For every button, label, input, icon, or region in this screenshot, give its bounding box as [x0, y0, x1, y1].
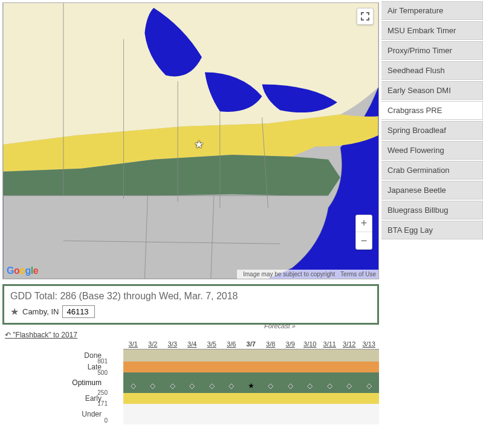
- data-point[interactable]: ◇: [359, 381, 379, 390]
- data-point[interactable]: ◇: [340, 381, 360, 390]
- menu-item-japanese-beetle[interactable]: Japanese Beetle: [381, 181, 483, 200]
- data-point[interactable]: ◇: [320, 381, 340, 390]
- menu-item-weed-flowering[interactable]: Weed Flowering: [381, 141, 483, 160]
- data-point[interactable]: ◇: [123, 381, 143, 390]
- date-3-1[interactable]: 3/1: [123, 340, 143, 349]
- data-point[interactable]: ◇: [183, 381, 203, 390]
- model-menu: Air TemperatureMSU Embark TimerProxy/Pri…: [381, 0, 483, 427]
- date-3-7[interactable]: 3/7: [241, 340, 261, 349]
- menu-item-seedhead-flush[interactable]: Seedhead Flush: [381, 61, 483, 80]
- data-point[interactable]: ★: [241, 381, 261, 390]
- gdd-summary-box: GDD Total: 286 (Base 32) through Wed, Ma…: [2, 284, 379, 325]
- star-icon: ★: [10, 306, 19, 317]
- location-marker-star: ★: [194, 138, 204, 151]
- map-copyright-text: Image may be subject to copyright: [243, 271, 335, 278]
- flashback-link[interactable]: ↶ "Flashback" to 2017: [5, 331, 77, 339]
- date-3-3[interactable]: 3/3: [163, 340, 183, 349]
- gdd-total-text: GDD Total: 286 (Base 32) through Wed, Ma…: [10, 291, 371, 302]
- data-point[interactable]: ◇: [143, 381, 163, 390]
- location-name: Camby, IN: [22, 307, 59, 316]
- date-3-4[interactable]: 3/4: [183, 340, 203, 349]
- gdd-timeline-chart: ↶ "Flashback" to 2017 Forecast » 3/13/23…: [2, 331, 379, 424]
- map-attribution: Image may be subject to copyright Terms …: [237, 270, 378, 279]
- menu-item-proxy-primo-timer[interactable]: Proxy/Primo Timer: [381, 41, 483, 60]
- map-terms-link[interactable]: Terms of Use: [340, 271, 376, 278]
- date-scale: 3/13/23/33/43/53/63/73/83/93/103/113/123…: [123, 340, 379, 349]
- forecast-label: Forecast »: [264, 322, 296, 330]
- date-3-9[interactable]: 3/9: [280, 340, 300, 349]
- band-label-optimum: Optimum: [2, 378, 123, 387]
- date-3-8[interactable]: 3/8: [261, 340, 281, 349]
- menu-item-crabgrass-pre[interactable]: Crabgrass PRE: [381, 101, 483, 120]
- menu-item-crab-germination[interactable]: Crab Germination: [381, 161, 483, 180]
- date-3-13[interactable]: 3/13: [359, 340, 379, 349]
- threshold-bands: Done Late Optimum Early Under 801 500 25…: [2, 349, 379, 424]
- date-3-5[interactable]: 3/5: [202, 340, 222, 349]
- date-3-10[interactable]: 3/10: [300, 340, 320, 349]
- gdd-map[interactable]: ★ + − Google Image may be subject to cop…: [2, 2, 379, 279]
- map-svg: [3, 3, 378, 279]
- fullscreen-button[interactable]: [357, 8, 374, 25]
- date-3-2[interactable]: 3/2: [143, 340, 163, 349]
- menu-item-air-temperature[interactable]: Air Temperature: [381, 1, 483, 20]
- data-point-row: ◇◇◇◇◇◇★◇◇◇◇◇◇: [123, 381, 379, 390]
- date-3-11[interactable]: 3/11: [320, 340, 340, 349]
- data-point[interactable]: ◇: [280, 381, 300, 390]
- menu-item-bluegrass-billbug[interactable]: Bluegrass Billbug: [381, 201, 483, 219]
- menu-item-early-season-dmi[interactable]: Early Season DMI: [381, 81, 483, 100]
- zoom-control: + −: [355, 215, 372, 250]
- menu-item-msu-embark-timer[interactable]: MSU Embark Timer: [381, 21, 483, 40]
- google-logo: Google: [7, 265, 38, 276]
- zip-input[interactable]: [62, 305, 95, 318]
- zoom-in-button[interactable]: +: [356, 215, 372, 232]
- data-point[interactable]: ◇: [222, 381, 242, 390]
- date-3-6[interactable]: 3/6: [222, 340, 242, 349]
- menu-item-spring-broadleaf[interactable]: Spring Broadleaf: [381, 121, 483, 140]
- data-point[interactable]: ◇: [202, 381, 222, 390]
- data-point[interactable]: ◇: [163, 381, 183, 390]
- zoom-out-button[interactable]: −: [356, 232, 372, 249]
- data-point[interactable]: ◇: [261, 381, 281, 390]
- date-3-12[interactable]: 3/12: [340, 340, 360, 349]
- data-point[interactable]: ◇: [300, 381, 320, 390]
- menu-item-bta-egg-lay[interactable]: BTA Egg Lay: [381, 221, 483, 239]
- fullscreen-icon: [361, 12, 369, 21]
